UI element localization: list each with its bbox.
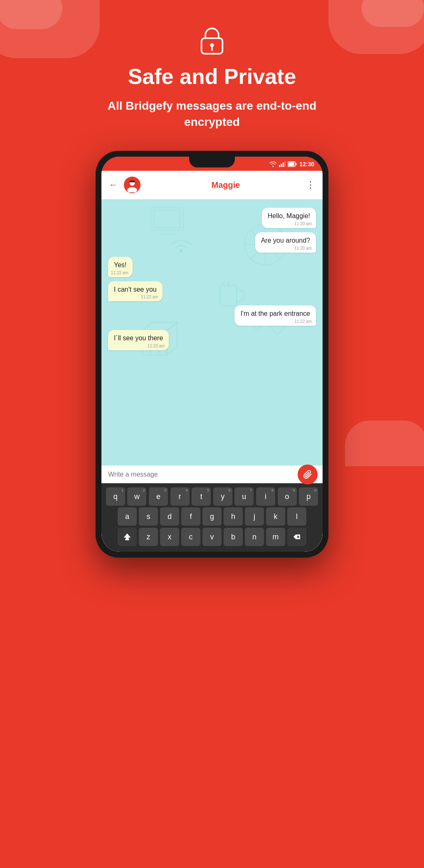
message-text: I´ll see you there [114, 334, 163, 342]
chat-area: Hello, Maggie! 11:20 am Are you around? … [101, 199, 323, 465]
keyboard: 1q 2w 3e 4r 5t 6y 7u 8i 9o 0p a s [101, 483, 323, 552]
keyboard-row-zxcv: z x c v b n m [104, 528, 320, 546]
cloud-decoration-tl [0, 0, 100, 58]
message-text: I can't see you [114, 286, 157, 293]
attach-button[interactable] [298, 465, 318, 484]
key-n[interactable]: n [245, 528, 264, 546]
status-icons [269, 161, 297, 167]
message-bubble-sent-1: Hello, Maggie! 11:20 am [262, 208, 316, 228]
shift-icon [123, 533, 131, 541]
key-a[interactable]: a [118, 507, 137, 526]
key-z[interactable]: z [139, 528, 158, 546]
svg-rect-39 [125, 539, 129, 540]
hero-section: Safe and Private All Bridgefy messages a… [0, 0, 424, 574]
messages-container: Hello, Maggie! 11:20 am Are you around? … [108, 208, 316, 350]
contact-avatar [124, 177, 141, 193]
message-input-area[interactable] [101, 465, 323, 483]
message-time: 11:22 am [111, 270, 128, 275]
message-time: 11:22 am [294, 319, 312, 324]
message-time: 11:20 am [294, 221, 312, 226]
key-p[interactable]: 0p [299, 487, 318, 506]
keyboard-number-hints: 1q 2w 3e 4r 5t 6y 7u 8i 9o 0p [104, 487, 320, 506]
hero-title: Safe and Private [8, 64, 416, 89]
back-button[interactable]: ← [109, 180, 118, 190]
message-bubble-received-1: Yes! 11:22 am [108, 257, 133, 277]
paperclip-icon [303, 470, 312, 479]
message-bubble-sent-2: Are you around? 11:20 am [255, 232, 316, 253]
status-time: 12:30 [299, 161, 314, 167]
lock-icon [197, 25, 227, 56]
cloud-decoration-br [345, 420, 424, 466]
phone-screen: 12:30 ← Maggie [101, 157, 323, 552]
key-c[interactable]: c [181, 528, 200, 546]
keyboard-row-asdf: a s d f g h j k l [104, 507, 320, 526]
delete-icon [293, 534, 301, 540]
message-text: Are you around? [261, 237, 310, 244]
key-q[interactable]: 1q [106, 487, 125, 506]
key-y[interactable]: 6y [213, 487, 232, 506]
key-i[interactable]: 8i [256, 487, 275, 506]
svg-rect-6 [285, 161, 286, 167]
message-bubble-sent-3: I'm at the park entrance 11:22 am [234, 305, 316, 326]
key-h[interactable]: h [224, 507, 243, 526]
signal-icon [279, 161, 286, 167]
shift-key[interactable] [118, 528, 137, 546]
key-l[interactable]: l [287, 507, 306, 526]
delete-key[interactable] [287, 528, 306, 546]
key-m[interactable]: m [266, 528, 285, 546]
cloud-decoration-tr [328, 0, 424, 54]
svg-rect-9 [296, 163, 297, 165]
message-text: I'm at the park entrance [240, 310, 310, 317]
key-u[interactable]: 7u [234, 487, 254, 506]
chat-header: ← Maggie ⋮ [101, 171, 323, 199]
message-bubble-received-3: I´ll see you there 11:23 am [108, 330, 169, 350]
key-d[interactable]: d [160, 507, 179, 526]
key-w[interactable]: 2w [127, 487, 146, 506]
key-s[interactable]: s [139, 507, 158, 526]
message-text: Hello, Maggie! [268, 212, 310, 219]
phone-device: 12:30 ← Maggie [96, 151, 328, 558]
key-x[interactable]: x [160, 528, 179, 546]
message-time: 11:22 am [141, 295, 158, 299]
message-text: Yes! [114, 261, 127, 268]
key-e[interactable]: 3e [149, 487, 168, 506]
more-options-button[interactable]: ⋮ [306, 180, 315, 190]
key-f[interactable]: f [181, 507, 200, 526]
phone-mockup-wrapper: 12:30 ← Maggie [8, 151, 416, 558]
key-b[interactable]: b [224, 528, 243, 546]
contact-name: Maggie [145, 180, 306, 190]
key-j[interactable]: j [245, 507, 264, 526]
message-time: 11:20 am [294, 246, 312, 251]
key-v[interactable]: v [202, 528, 222, 546]
key-r[interactable]: 4r [170, 487, 190, 506]
wifi-icon [269, 161, 277, 167]
message-bubble-received-2: I can't see you 11:22 am [108, 281, 163, 302]
svg-rect-3 [279, 165, 280, 167]
message-input[interactable] [108, 471, 316, 478]
battery-icon [288, 161, 297, 167]
key-g[interactable]: g [202, 507, 222, 526]
svg-rect-8 [288, 162, 294, 166]
key-t[interactable]: 5t [192, 487, 211, 506]
hero-subtitle: All Bridgefy messages are end-to-end enc… [96, 98, 328, 130]
phone-notch [189, 157, 235, 167]
message-time: 11:23 am [148, 344, 165, 348]
svg-rect-5 [283, 162, 284, 167]
svg-rect-4 [281, 164, 282, 167]
key-o[interactable]: 9o [278, 487, 297, 506]
key-k[interactable]: k [266, 507, 285, 526]
